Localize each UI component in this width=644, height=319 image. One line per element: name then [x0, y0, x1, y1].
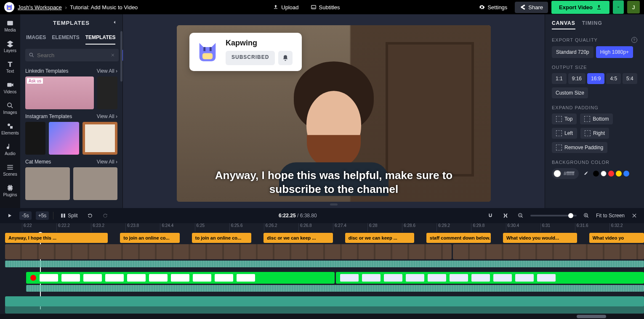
template-thumb[interactable]: [73, 167, 118, 200]
search-input[interactable]: [37, 52, 108, 58]
bell-button[interactable]: [278, 51, 293, 65]
zoom-thumb[interactable]: [568, 213, 573, 218]
size-4-5[interactable]: 4:5: [606, 73, 621, 84]
eyedropper-button[interactable]: [582, 170, 590, 177]
size-1-1[interactable]: 1:1: [552, 73, 567, 84]
timeline-scrollbar[interactable]: [0, 314, 644, 319]
video-waveform: [5, 261, 644, 271]
subtitle-clip[interactable]: to join an online co...: [120, 233, 180, 243]
template-thumb[interactable]: Ask us: [25, 76, 94, 109]
view-all-link[interactable]: View All ›: [97, 159, 117, 165]
timeline-ruler[interactable]: 6:226:22.26:23.26:23.86:24.46:256:25.66:…: [0, 223, 644, 232]
template-thumb[interactable]: [25, 167, 70, 200]
pad-left[interactable]: Left: [552, 128, 577, 139]
zoom-slider[interactable]: [530, 215, 577, 216]
split-button[interactable]: Split: [58, 211, 80, 220]
export-video-button[interactable]: Export Video: [551, 1, 609, 14]
zoom-out[interactable]: [515, 211, 526, 220]
rail-scenes[interactable]: Scenes: [0, 161, 20, 179]
view-all-link[interactable]: View All ›: [97, 113, 117, 119]
swatch-white[interactable]: [601, 171, 607, 177]
effects-track[interactable]: [5, 272, 644, 284]
search-box[interactable]: [25, 49, 119, 61]
quality-1080p[interactable]: High 1080p+: [596, 46, 633, 58]
gear-icon: [479, 4, 485, 10]
tab-templates[interactable]: TEMPLATES: [85, 34, 116, 45]
tab-images[interactable]: IMAGES: [26, 34, 46, 45]
template-thumb[interactable]: [82, 122, 118, 155]
rail-plugins[interactable]: Plugins: [0, 182, 20, 200]
settings-button[interactable]: Settings: [475, 3, 511, 12]
resize-handle[interactable]: [330, 203, 338, 206]
audio-track-2[interactable]: [5, 303, 644, 309]
size-9-16[interactable]: 9:16: [568, 73, 585, 84]
panel-collapse-button[interactable]: [110, 18, 119, 27]
trim-button[interactable]: [500, 211, 511, 220]
clear-icon[interactable]: [110, 53, 115, 58]
fwd-5s[interactable]: +5s: [36, 211, 49, 220]
video-track[interactable]: [5, 244, 644, 259]
subtitle-clip[interactable]: What video yo: [589, 233, 644, 243]
video-preview[interactable]: Kapwing SUBSCRIBED Anyway, I hope this w…: [177, 25, 491, 202]
custom-size-button[interactable]: Custom Size: [552, 87, 588, 98]
audio-track-1[interactable]: [5, 296, 644, 302]
quality-720p[interactable]: Standard 720p: [552, 46, 593, 58]
app-logo[interactable]: [4, 2, 14, 12]
bg-color-chip[interactable]: #ffffff: [552, 168, 579, 179]
pad-right[interactable]: Right: [580, 128, 609, 139]
swatch-blue[interactable]: [623, 171, 629, 177]
video-clip[interactable]: [5, 244, 452, 259]
rail-text[interactable]: Text: [0, 58, 20, 76]
rail-images[interactable]: Images: [0, 99, 20, 117]
back-5s[interactable]: -5s: [19, 211, 32, 220]
tab-canvas[interactable]: CANVAS: [552, 20, 575, 29]
subtitle-clip[interactable]: disc or we can keep ...: [263, 233, 333, 243]
remove-padding[interactable]: Remove Padding: [552, 142, 607, 153]
template-thumb[interactable]: [25, 122, 45, 155]
size-5-4[interactable]: 5:4: [623, 73, 637, 84]
tab-elements[interactable]: ELEMENTS: [52, 34, 79, 45]
subtitle-clip[interactable]: staff comment down below.: [426, 233, 491, 243]
rail-videos[interactable]: Videos: [0, 79, 20, 97]
subtitle-clip[interactable]: disc or we can keep ...: [345, 233, 415, 243]
play-button[interactable]: [4, 211, 15, 220]
zoom-in[interactable]: [581, 211, 592, 220]
size-16-9[interactable]: 16:9: [587, 73, 604, 84]
swatch-yellow[interactable]: [616, 171, 622, 177]
info-icon[interactable]: ?: [631, 37, 637, 43]
rail-layers[interactable]: Layers: [0, 37, 20, 55]
effects-clip[interactable]: [26, 272, 335, 284]
upload-button[interactable]: Upload: [269, 3, 303, 12]
scrollbar-thumb[interactable]: [577, 315, 606, 318]
swatch-red[interactable]: [608, 171, 614, 177]
close-timeline[interactable]: [629, 211, 640, 220]
redo-button[interactable]: [100, 211, 111, 220]
subtitles-button[interactable]: Subtitles: [306, 3, 344, 12]
share-button[interactable]: Share: [515, 2, 548, 13]
rail-label: Media: [4, 28, 16, 32]
pad-bottom[interactable]: Bottom: [580, 113, 613, 124]
subtitle-track[interactable]: Anyway, I hope this ...to join an online…: [5, 233, 644, 243]
swatch-black[interactable]: [593, 171, 599, 177]
undo-button[interactable]: [85, 211, 96, 220]
rail-media[interactable]: Media: [0, 17, 20, 35]
rail-elements[interactable]: Elements: [0, 120, 20, 138]
fit-to-screen[interactable]: Fit to Screen: [596, 213, 625, 219]
ruler-tick: 6:22: [22, 223, 56, 232]
effects-clip[interactable]: [336, 272, 644, 284]
tab-timing[interactable]: TIMING: [582, 20, 602, 29]
video-clip[interactable]: [453, 244, 644, 259]
rail-audio[interactable]: Audio: [0, 140, 20, 158]
view-all-link[interactable]: View All ›: [97, 68, 117, 74]
subtitle-clip[interactable]: to join an online co...: [192, 233, 252, 243]
user-avatar[interactable]: J: [627, 1, 640, 13]
pad-top[interactable]: Top: [552, 113, 577, 124]
subtitle-clip[interactable]: Anyway, I hope this ...: [5, 233, 108, 243]
export-dropdown[interactable]: [613, 0, 624, 14]
snap-button[interactable]: [485, 211, 496, 220]
subtitle-clip[interactable]: What video you would...: [503, 233, 577, 243]
template-thumb[interactable]: [49, 122, 79, 155]
panel-scrollbar[interactable]: [120, 31, 122, 82]
workspace-link[interactable]: Josh's Workspace: [18, 4, 62, 11]
template-thumb[interactable]: [97, 76, 117, 109]
